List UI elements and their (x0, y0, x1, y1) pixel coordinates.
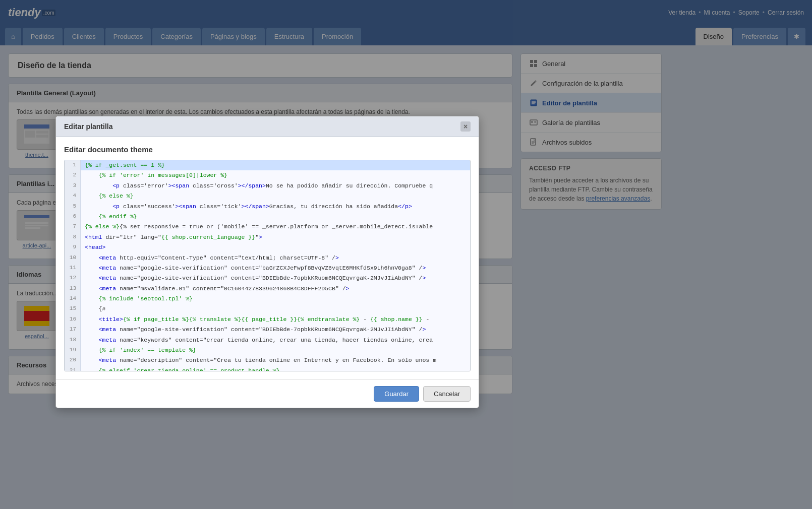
line-number: 14 (65, 294, 81, 304)
modal-overlay: Editar plantilla × Editar documento them… (0, 0, 812, 509)
code-line: 18 <meta name="keywords" content="crear … (65, 335, 470, 345)
line-code: <meta name="google-site-verification" co… (81, 263, 470, 273)
line-code: {% include 'seotool.tpl' %} (81, 294, 470, 304)
line-number: 15 (65, 304, 81, 314)
code-line: 21 {% elseif 'crear-tienda-online' == pr… (65, 366, 470, 371)
line-number: 11 (65, 263, 81, 273)
line-number: 16 (65, 314, 81, 325)
line-code: <meta name="keywords" content="crear tie… (81, 335, 470, 345)
code-line: 11 <meta name="google-site-verification"… (65, 263, 470, 273)
line-number: 9 (65, 242, 81, 252)
line-number: 12 (65, 273, 81, 283)
line-number: 4 (65, 191, 81, 201)
line-number: 13 (65, 284, 81, 294)
code-line: 12 <meta name="google-site-verification"… (65, 273, 470, 283)
code-line: 2 {% if 'error' in messages[0]|lower %} (65, 170, 470, 180)
cancel-button[interactable]: Cancelar (423, 386, 471, 402)
code-editor[interactable]: 1 {% if _get.sent == 1 %} 2 {% if 'error… (64, 160, 471, 371)
line-number: 8 (65, 232, 81, 242)
line-number: 17 (65, 325, 81, 335)
modal-close-button[interactable]: × (460, 121, 471, 132)
line-code: {% elseif 'crear-tienda-online' == produ… (81, 366, 470, 371)
line-number: 7 (65, 222, 81, 232)
code-line: 17 <meta name="google-site-verification"… (65, 325, 470, 335)
code-line: 5 <p class='success'><span class='tick'>… (65, 202, 470, 212)
line-code: <p class='success'><span class='tick'></… (81, 202, 470, 212)
line-code: <meta http-equiv="Content-Type" content=… (81, 253, 470, 263)
code-line: 13 <meta name="msvalidate.01" content="0… (65, 284, 470, 294)
line-code: <meta name="google-site-verification" co… (81, 325, 470, 335)
line-number: 6 (65, 212, 81, 222)
line-number: 19 (65, 345, 81, 355)
line-code: {# (81, 304, 470, 314)
line-number: 2 (65, 170, 81, 180)
line-code: <p class='error'><span class='cross'></s… (81, 181, 470, 191)
modal-subtitle: Editar documento theme (64, 145, 471, 154)
code-line: 9 <head> (65, 242, 470, 252)
code-line: 1 {% if _get.sent == 1 %} (65, 160, 470, 170)
line-number: 21 (65, 366, 81, 371)
modal-title: Editar plantilla (64, 122, 112, 131)
code-line: 8 <html dir="ltr" lang="{{ shop.current_… (65, 232, 470, 242)
edit-modal: Editar plantilla × Editar documento them… (55, 116, 479, 408)
line-code: {% if 'error' in messages[0]|lower %} (81, 170, 470, 180)
line-number: 20 (65, 355, 81, 365)
code-line: 19 {% if 'index' == template %} (65, 345, 470, 355)
line-code: {% if 'index' == template %} (81, 345, 470, 355)
modal-body: Editar documento theme 1 {% if _get.sent… (56, 137, 479, 379)
code-line: 14 {% include 'seotool.tpl' %} (65, 294, 470, 304)
line-code: <title>{% if page_title %}{% translate %… (81, 314, 470, 325)
code-line: 4 {% else %} (65, 191, 470, 201)
code-line: 6 {% endif %} (65, 212, 470, 222)
line-code: {% else %}{% set responsive = true or ('… (81, 222, 470, 232)
line-code: {% if _get.sent == 1 %} (81, 160, 470, 170)
save-button[interactable]: Guardar (374, 386, 419, 402)
line-code: <meta name="google-site-verification" co… (81, 273, 470, 283)
code-line: 10 <meta http-equiv="Content-Type" conte… (65, 253, 470, 263)
code-line: 15 {# (65, 304, 470, 314)
line-code: {% else %} (81, 191, 470, 201)
code-line: 3 <p class='error'><span class='cross'><… (65, 181, 470, 191)
code-line: 7 {% else %}{% set responsive = true or … (65, 222, 470, 232)
line-number: 18 (65, 335, 81, 345)
line-number: 1 (65, 160, 81, 170)
line-code: <head> (81, 242, 470, 252)
line-code: {% endif %} (81, 212, 470, 222)
code-line: 20 <meta name="description" content="Cre… (65, 355, 470, 365)
modal-header: Editar plantilla × (56, 116, 479, 137)
line-code: <meta name="msvalidate.01" content="0C16… (81, 284, 470, 294)
line-number: 10 (65, 253, 81, 263)
modal-footer: Guardar Cancelar (56, 379, 479, 408)
line-number: 5 (65, 202, 81, 212)
line-code: <html dir="ltr" lang="{{ shop.current_la… (81, 232, 470, 242)
line-code: <meta name="description" content="Crea t… (81, 355, 470, 365)
code-line: 16 <title>{% if page_title %}{% translat… (65, 314, 470, 325)
line-number: 3 (65, 181, 81, 191)
